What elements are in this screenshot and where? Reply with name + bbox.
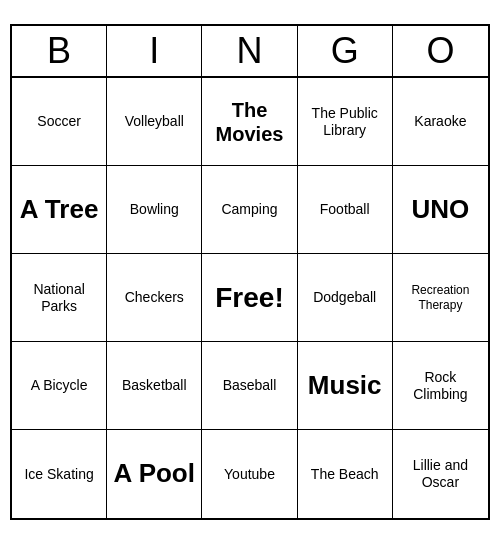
bingo-cell: A Tree: [12, 166, 107, 254]
bingo-cell: Soccer: [12, 78, 107, 166]
bingo-cell: Volleyball: [107, 78, 202, 166]
header-letter: I: [107, 26, 202, 76]
bingo-cell: The Movies: [202, 78, 297, 166]
bingo-cell: Baseball: [202, 342, 297, 430]
bingo-cell: Free!: [202, 254, 297, 342]
bingo-cell: The Public Library: [298, 78, 393, 166]
bingo-cell: Dodgeball: [298, 254, 393, 342]
bingo-cell: The Beach: [298, 430, 393, 518]
bingo-cell: Karaoke: [393, 78, 488, 166]
bingo-cell: Rock Climbing: [393, 342, 488, 430]
bingo-cell: Ice Skating: [12, 430, 107, 518]
header-letter: N: [202, 26, 297, 76]
header-letter: G: [298, 26, 393, 76]
bingo-cell: A Bicycle: [12, 342, 107, 430]
bingo-cell: Lillie and Oscar: [393, 430, 488, 518]
bingo-header: BINGO: [12, 26, 488, 78]
bingo-cell: National Parks: [12, 254, 107, 342]
bingo-card: BINGO SoccerVolleyballThe MoviesThe Publ…: [10, 24, 490, 520]
header-letter: B: [12, 26, 107, 76]
bingo-cell: Youtube: [202, 430, 297, 518]
bingo-cell: Recreation Therapy: [393, 254, 488, 342]
bingo-cell: Checkers: [107, 254, 202, 342]
header-letter: O: [393, 26, 488, 76]
bingo-cell: Bowling: [107, 166, 202, 254]
bingo-grid: SoccerVolleyballThe MoviesThe Public Lib…: [12, 78, 488, 518]
bingo-cell: A Pool: [107, 430, 202, 518]
bingo-cell: Music: [298, 342, 393, 430]
bingo-cell: UNO: [393, 166, 488, 254]
bingo-cell: Football: [298, 166, 393, 254]
bingo-cell: Basketball: [107, 342, 202, 430]
bingo-cell: Camping: [202, 166, 297, 254]
